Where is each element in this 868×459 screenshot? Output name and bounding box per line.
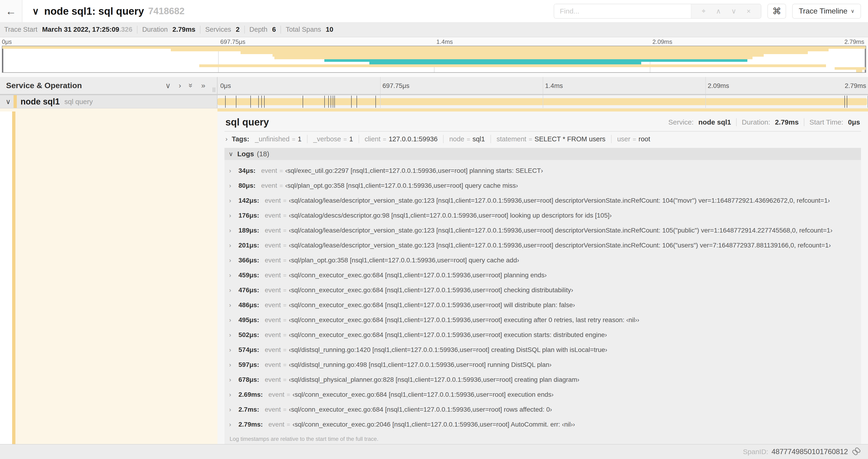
log-marker-tick[interactable] (258, 96, 259, 108)
log-field-value: ‹sql/plan_opt.go:358 [nsql1,client=127.0… (289, 257, 519, 264)
prev-result-icon[interactable]: ∧ (716, 7, 721, 15)
column-resizer-handle[interactable] (213, 88, 215, 92)
log-row[interactable]: ›574μs:event=‹sql/distsql_running.go:142… (224, 342, 861, 357)
span-id-value: 4877749850101760812 (771, 448, 848, 456)
log-marker-tick[interactable] (356, 96, 357, 108)
log-marker-tick[interactable] (250, 96, 251, 108)
equals-sign: = (383, 136, 386, 143)
span-duration-bar[interactable] (217, 98, 867, 105)
logs-accordion-header[interactable]: ∨ Logs (18) (224, 148, 861, 160)
trace-collapse-chevron-icon[interactable]: ∨ (32, 6, 39, 17)
log-row[interactable]: ›189μs:event=‹sql/catalog/lease/descript… (224, 223, 861, 238)
chevron-right-icon: › (229, 361, 239, 368)
log-marker-tick[interactable] (351, 96, 352, 108)
tag-separator (359, 135, 359, 143)
minimap-span-bar (274, 57, 753, 59)
minimap-canvas[interactable] (2, 46, 866, 73)
tags-accordion-header[interactable]: › Tags: _unfinished=1_verbose=1client=12… (224, 132, 861, 146)
log-marker-tick[interactable] (333, 96, 333, 108)
log-marker-tick[interactable] (225, 96, 226, 108)
keyboard-shortcuts-button[interactable]: ⌘ (768, 4, 786, 19)
log-row[interactable]: ›495μs:event=‹sql/conn_executor_exec.go:… (224, 313, 861, 327)
chevron-right-icon: › (229, 212, 239, 219)
log-row[interactable]: ›34μs:event=‹sql/exec_util.go:2297 [nsql… (224, 163, 861, 178)
expand-one-icon[interactable]: › (179, 81, 181, 90)
clear-search-icon[interactable]: × (747, 7, 751, 15)
back-button[interactable]: ← (0, 0, 22, 22)
log-marker-tick[interactable] (328, 96, 329, 108)
log-marker-tick[interactable] (847, 96, 847, 108)
minimap-left-scrubber[interactable] (2, 46, 3, 72)
minimap-span-bar (369, 62, 642, 64)
collapse-one-icon[interactable]: ∨ (165, 81, 170, 90)
detail-meta-label: Start Time: (809, 118, 845, 126)
tag-separator (491, 135, 491, 143)
log-field-key: event (265, 257, 281, 264)
log-row[interactable]: ›502μs:event=‹sql/conn_executor_exec.go:… (224, 327, 861, 342)
log-marker-tick[interactable] (303, 96, 303, 108)
minimap-span-bar (171, 49, 829, 51)
log-row[interactable]: ›2.7ms:event=‹sql/conn_executor_exec.go:… (224, 402, 861, 417)
log-field-value: ‹sql/catalog/lease/descriptor_version_st… (289, 197, 830, 204)
summary-value: 6 (272, 26, 276, 33)
log-field-key: event (265, 361, 281, 368)
equals-sign: = (283, 212, 286, 219)
detail-meta-value: node sql1 (699, 118, 731, 126)
expand-all-icon[interactable]: » (201, 81, 205, 90)
collapse-all-icon[interactable]: » (187, 84, 195, 88)
tag-value: sql1 (472, 135, 485, 143)
command-icon: ⌘ (772, 6, 781, 16)
equals-sign: = (280, 183, 283, 189)
log-row[interactable]: ›459μs:event=‹sql/conn_executor_exec.go:… (224, 268, 861, 283)
log-row[interactable]: ›80μs:event=‹sql/plan_opt.go:358 [nsql1,… (224, 178, 861, 193)
next-result-icon[interactable]: ∨ (731, 7, 736, 15)
log-field-value: ‹sql/catalog/lease/descriptor_version_st… (289, 227, 833, 234)
log-marker-tick[interactable] (331, 96, 331, 108)
log-marker-tick[interactable] (375, 96, 376, 108)
log-marker-tick[interactable] (264, 96, 265, 108)
service-operation-header: Service & Operation (6, 81, 165, 90)
log-timestamp: 201μs: (239, 242, 259, 249)
equals-sign: = (283, 332, 286, 338)
chevron-right-icon: › (229, 346, 239, 354)
log-row[interactable]: ›476μs:event=‹sql/conn_executor_exec.go:… (224, 283, 861, 298)
log-row[interactable]: ›2.69ms:event=‹sql/conn_executor_exec.go… (224, 387, 861, 402)
log-row[interactable]: ›2.79ms:event=‹sql/conn_executor_exec.go… (224, 417, 861, 432)
view-selector-button[interactable]: Trace Timeline ∨ (792, 4, 861, 19)
log-marker-tick[interactable] (844, 96, 845, 108)
detail-meta: Service: node sql1Duration: 2.79msStart … (668, 118, 860, 126)
detail-meta-item: Service: node sql1 (668, 118, 731, 126)
child-span-name-column (0, 108, 217, 111)
trace-id: 7418682 (148, 6, 185, 16)
minimap-span-bar (324, 59, 747, 62)
deep-link-icon[interactable] (852, 447, 862, 456)
log-row[interactable]: ›176μs:event=‹sql/catalog/descs/descript… (224, 208, 861, 223)
log-row[interactable]: ›142μs:event=‹sql/catalog/lease/descript… (224, 193, 861, 208)
span-row-name-column[interactable]: ∨ node sql1 sql query (0, 95, 217, 108)
locate-icon[interactable]: ⌖ (702, 7, 706, 15)
equals-sign: = (283, 272, 286, 279)
log-row[interactable]: ›597μs:event=‹sql/distsql_running.go:498… (224, 357, 861, 372)
log-marker-tick[interactable] (324, 96, 325, 108)
log-field-value: ‹sql/exec_util.go:2297 [nsql1,client=127… (285, 167, 543, 174)
span-row-track[interactable] (217, 95, 868, 108)
timeline-gridline (380, 77, 380, 94)
log-marker-tick[interactable] (261, 96, 262, 108)
log-row[interactable]: ›678μs:event=‹sql/distsql_physical_plann… (224, 372, 861, 387)
equals-sign: = (283, 227, 286, 234)
log-timestamp: 2.79ms: (239, 421, 263, 428)
log-marker-tick[interactable] (334, 96, 335, 108)
timeline-gridline (380, 95, 380, 108)
chevron-right-icon: › (229, 257, 239, 264)
equals-sign: = (283, 197, 286, 204)
log-marker-tick[interactable] (236, 96, 236, 108)
log-field-value: ‹sql/catalog/lease/descriptor_version_st… (289, 242, 831, 249)
find-input[interactable] (554, 4, 691, 18)
span-row[interactable]: ∨ node sql1 sql query (0, 95, 868, 108)
log-row[interactable]: ›201μs:event=‹sql/catalog/lease/descript… (224, 238, 861, 253)
log-field-key: event (265, 242, 281, 249)
log-row[interactable]: ›486μs:event=‹sql/conn_executor_exec.go:… (224, 298, 861, 313)
collapse-controls: ∨ › » » (165, 81, 205, 90)
span-collapse-chevron-icon[interactable]: ∨ (6, 97, 13, 106)
log-row[interactable]: ›366μs:event=‹sql/plan_opt.go:358 [nsql1… (224, 253, 861, 268)
